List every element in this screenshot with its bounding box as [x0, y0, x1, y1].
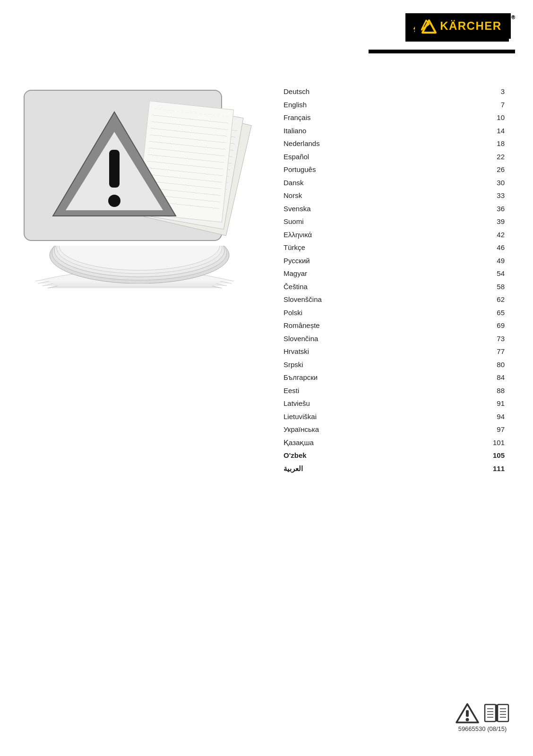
toc-spacer	[401, 163, 479, 176]
toc-spacer	[401, 202, 479, 215]
toc-page-number: 49	[479, 254, 505, 267]
toc-page-number: 62	[479, 293, 505, 306]
toc-spacer	[401, 306, 479, 319]
toc-spacer	[401, 228, 479, 241]
toc-spacer	[401, 449, 479, 462]
toc-language: Čeština	[284, 280, 401, 293]
toc-row: Türkçe46	[284, 241, 505, 254]
toc-spacer	[401, 98, 479, 112]
toc-language: Latviešu	[284, 397, 401, 410]
toc-spacer	[401, 397, 479, 410]
footer-warning-icon	[456, 703, 479, 723]
toc-spacer	[401, 241, 479, 254]
karcher-icon	[421, 18, 437, 34]
toc-row: Dansk30	[284, 176, 505, 189]
footer-book-icon	[484, 703, 509, 723]
toc-language: Dansk	[284, 176, 401, 189]
svg-point-13	[466, 718, 469, 722]
toc-row: Українська97	[284, 423, 505, 436]
footer-icons	[456, 703, 509, 723]
toc-spacer	[401, 280, 479, 293]
toc-row: Deutsch3	[284, 85, 505, 98]
toc-row: Português26	[284, 163, 505, 176]
toc-language: Українська	[284, 423, 401, 436]
toc-page-number: 101	[479, 436, 505, 449]
toc-page-number: 111	[479, 462, 505, 475]
toc-spacer	[401, 267, 479, 280]
toc-spacer	[401, 358, 479, 371]
toc-language: Lietuviškai	[284, 410, 401, 423]
toc-language: Español	[284, 150, 401, 163]
toc-row: O'zbek105	[284, 449, 505, 462]
toc-row: Svenska36	[284, 202, 505, 215]
toc-row: Slovenščina62	[284, 293, 505, 306]
toc-spacer	[401, 410, 479, 423]
toc-language: Português	[284, 163, 401, 176]
toc-spacer	[401, 124, 479, 137]
svg-rect-12	[466, 710, 469, 717]
toc-spacer	[401, 137, 479, 150]
toc-page-number: 91	[479, 397, 505, 410]
toc-page-number: 65	[479, 306, 505, 319]
toc-page-number: 58	[479, 280, 505, 293]
toc-area: Deutsch3English7Français10Italiano14Nede…	[274, 76, 533, 475]
toc-page-number: 97	[479, 423, 505, 436]
brand-label: KÄRCHER	[440, 19, 502, 33]
toc-row: Español22	[284, 150, 505, 163]
toc-language: Magyar	[284, 267, 401, 280]
toc-page-number: 26	[479, 163, 505, 176]
toc-language: Srpski	[284, 358, 401, 371]
footer: 59665530 (08/15)	[456, 703, 509, 732]
toc-spacer	[401, 332, 479, 345]
warning-triangle-area	[43, 100, 185, 228]
svg-rect-15	[498, 704, 508, 722]
toc-page-number: 30	[479, 176, 505, 189]
toc-page-number: 14	[479, 124, 505, 137]
toc-spacer	[401, 254, 479, 267]
toc-page-number: 36	[479, 202, 505, 215]
toc-spacer	[401, 462, 479, 475]
toc-row: Қазақша101	[284, 436, 505, 449]
toc-language: Slovenščina	[284, 293, 401, 306]
toc-row: Magyar54	[284, 267, 505, 280]
toc-spacer	[401, 215, 479, 228]
toc-row: Русский49	[284, 254, 505, 267]
karcher-logo-container: KÄRCHER ®	[415, 13, 515, 39]
toc-page-number: 84	[479, 371, 505, 384]
toc-page-number: 22	[479, 150, 505, 163]
toc-spacer	[401, 189, 479, 202]
toc-spacer	[401, 319, 479, 332]
toc-language: Hrvatski	[284, 345, 401, 358]
illustration-area	[0, 76, 274, 475]
toc-row: Lietuviškai94	[284, 410, 505, 423]
toc-page-number: 88	[479, 384, 505, 397]
toc-row: Ελληνικά42	[284, 228, 505, 241]
toc-page-number: 42	[479, 228, 505, 241]
toc-row: Polski65	[284, 306, 505, 319]
toc-language: English	[284, 98, 401, 112]
toc-row: English7	[284, 98, 505, 112]
toc-language: Polski	[284, 306, 401, 319]
book-illustration	[24, 90, 241, 288]
toc-spacer	[401, 85, 479, 98]
toc-page-number: 18	[479, 137, 505, 150]
toc-spacer	[401, 384, 479, 397]
toc-language: Deutsch	[284, 85, 401, 98]
svg-point-10	[108, 195, 120, 207]
toc-row: Srpski80	[284, 358, 505, 371]
toc-language: Norsk	[284, 189, 401, 202]
toc-language: Românește	[284, 319, 401, 332]
toc-page-number: 80	[479, 358, 505, 371]
main-content: Deutsch3English7Français10Italiano14Nede…	[0, 76, 533, 475]
toc-language: Nederlands	[284, 137, 401, 150]
toc-spacer	[401, 150, 479, 163]
toc-spacer	[401, 345, 479, 358]
toc-language: Ελληνικά	[284, 228, 401, 241]
toc-row: Čeština58	[284, 280, 505, 293]
svg-marker-0	[422, 20, 436, 33]
toc-page-number: 3	[479, 85, 505, 98]
toc-page-number: 105	[479, 449, 505, 462]
book-cover	[24, 90, 222, 241]
svg-rect-14	[485, 704, 496, 722]
svg-rect-9	[109, 150, 120, 188]
